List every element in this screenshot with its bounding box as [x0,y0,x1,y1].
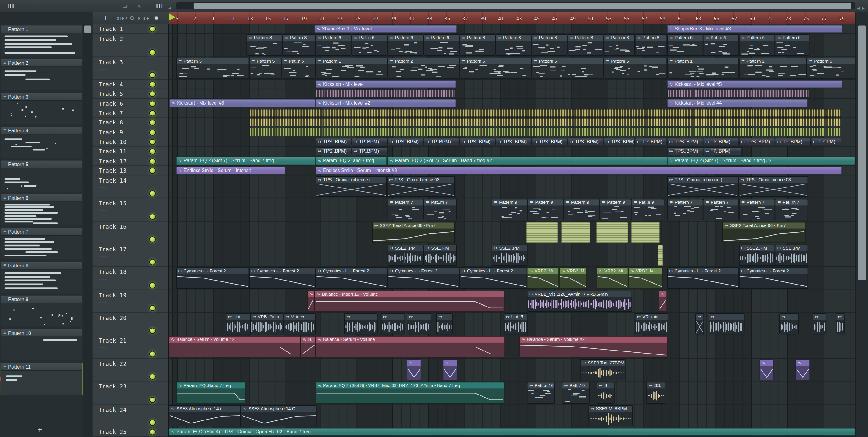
clip[interactable]: ≡Pattern 8 [603,34,635,56]
track-led[interactable] [150,374,156,380]
clip[interactable]: ↦TPS - Omni..bience 03 [738,176,808,197]
clip[interactable]: ≡Pat..rn 8 [282,34,315,56]
clip[interactable]: ↦TPS..BPM) [495,138,531,146]
clip[interactable]: ≡Pattern 5 [807,58,855,79]
track-row[interactable]: Track 14... [93,176,168,198]
clip[interactable]: ↦ [381,313,405,335]
clip[interactable]: ↦ [695,313,704,335]
clip[interactable]: ↦TPS..BPM) [603,138,635,146]
track-name[interactable]: Track 21 [98,337,127,344]
clip[interactable]: ∿VRB2_Mi.. [527,267,559,289]
clip[interactable]: ≡Pat..n 9 [631,198,664,220]
track-led[interactable] [150,305,156,311]
clip[interactable]: ↦SSE3 M..8BPM [588,405,632,426]
clip[interactable]: ↦SS.. [647,382,665,404]
track-name[interactable]: Track 8 [98,119,123,126]
clip[interactable]: ≡Pattern 5 [531,58,603,79]
clip[interactable]: ↦Cymatics - L..- Forest 2 [315,267,388,289]
clip[interactable]: ↦TPS..BPM) [567,138,603,146]
step-sequencer-icon[interactable]: Ш [7,2,14,10]
clip[interactable]: ≡Pattern 2 [388,58,460,79]
clip[interactable]: ↦Cymatics - L..- Forest 2 [667,267,739,289]
clip[interactable]: ≡Pattern 9 [599,198,631,220]
track-row[interactable]: Track 20... [93,313,168,336]
track-name[interactable]: Track 4 [98,81,123,87]
slide-toggle[interactable] [154,16,158,20]
clip[interactable]: ≡Pattern 9 [527,198,563,220]
clip[interactable]: ∿Kickstart - Mix level #2 [315,99,456,107]
track-row[interactable]: Track 21... [93,336,168,358]
clip[interactable]: ↦TP..BPM) [424,138,459,146]
horizontal-scrollbar[interactable] [176,2,855,9]
track-led[interactable] [150,168,156,174]
pattern-item[interactable]: ≡Pattern 2 [1,59,82,91]
clip[interactable]: ↦Cymatics -..- Forest 2 [739,267,808,289]
pattern-item[interactable]: ≡Pattern 5 [1,161,82,192]
track-row[interactable]: Track 25 [93,427,168,437]
clip[interactable]: ≡Pattern 1 [315,58,388,79]
track-led[interactable] [150,214,156,220]
clip[interactable]: ↦TPS - Omni..bience 03 [387,176,455,197]
clip[interactable] [315,90,455,98]
clip[interactable]: ∿Kickstart - Mix level #4 [667,99,808,107]
track-led[interactable] [150,72,156,78]
clip[interactable]: ∿ShaperBox 3 - Mix level #3 [667,25,842,33]
clip[interactable]: ↦SSE2..PM [739,245,775,266]
clip[interactable]: ∿Kickstart - Mix level #5 [667,80,842,88]
clip[interactable]: ↦TPS..BPM) [315,138,351,146]
track-row[interactable]: Track 9 [93,127,168,137]
pattern-item[interactable]: ≡Pattern 1 [1,25,82,57]
clip[interactable]: ↦SSE..PM [424,245,457,266]
clip[interactable] [631,222,660,243]
track-row[interactable]: Track 2... [93,34,168,57]
track-name[interactable]: Track 7 [98,110,123,116]
clip[interactable]: ≡Pattern 6 [388,34,424,56]
clip[interactable]: ↦SSE2 Tonal A..nce 06 - Em7 [722,222,806,243]
clip[interactable]: ≡Pat..rn 7 [424,198,457,220]
track-led[interactable] [150,120,156,126]
horizontal-scrollbar-thumb[interactable] [194,3,851,9]
clip[interactable]: ↦TPS..BPM) [388,138,424,146]
track-led[interactable] [150,351,156,357]
pattern-add-button[interactable]: + [38,425,42,434]
track-name[interactable]: Track 13 [98,167,127,174]
clip[interactable]: ≡Pattern 8 [246,34,282,56]
track-row[interactable]: Track 12 [93,156,168,166]
clip[interactable]: ≡Pattern 8 [495,34,531,56]
keyboard-editor-icon[interactable]: Ш [156,2,163,10]
pattern-item[interactable]: ≡Pattern 8 [1,262,82,293]
track-row[interactable]: Track 18... [93,267,168,290]
track-row[interactable]: Track 16... [93,221,168,244]
scroll-end-button[interactable]: ▶ [862,4,865,13]
clip[interactable]: ∿SSE3 Atmosphere 14 G [241,405,317,426]
clip[interactable]: ↦TP..BPM) [775,138,811,146]
track-name[interactable]: Track 6 [98,100,123,107]
clip[interactable]: ∿SSE3 Atmosphere 14 ( [169,405,241,426]
clip[interactable] [249,119,841,126]
clip[interactable]: ↦TPS..BPM) [315,147,351,155]
clip[interactable]: ≡Pattern 7 [739,198,775,220]
clip[interactable]: ≡Pattern 8 [531,34,567,56]
clip[interactable]: ↦ [344,313,377,335]
track-led[interactable] [150,282,156,288]
clip[interactable]: ∿B.. [301,336,315,358]
track-led[interactable] [150,49,156,55]
timeline-ruler[interactable]: 5791113151719212325272931333537394143454… [169,12,868,25]
clip[interactable]: ↦TPS..BPM) [459,138,495,146]
track-name[interactable]: Track 23 [98,383,127,390]
clip[interactable]: ≡Pat..n 5 [281,58,315,79]
track-led[interactable] [150,91,156,97]
pattern-scrollbar[interactable] [83,24,93,437]
clip[interactable]: ↦ [436,313,453,335]
track-name[interactable]: Track 22 [98,361,127,367]
clip[interactable]: ↦SSE3 Ton..27BPM [580,359,626,380]
clip[interactable]: ∿ [307,290,314,312]
clip[interactable]: ≡Pattern 6 [667,34,703,56]
track-name[interactable]: Track 3 [98,59,123,65]
track-led[interactable] [150,158,156,164]
clip[interactable]: ∿Kickstart - Mix level #3 [169,99,315,107]
clip[interactable]: ∿ [443,359,457,380]
clip[interactable]: ↦TPS - Omnia..mbience ( [315,176,387,197]
clip[interactable]: ∿ [760,359,774,380]
clip[interactable]: ↦Cymatics -..- Forest 2 [249,267,315,289]
